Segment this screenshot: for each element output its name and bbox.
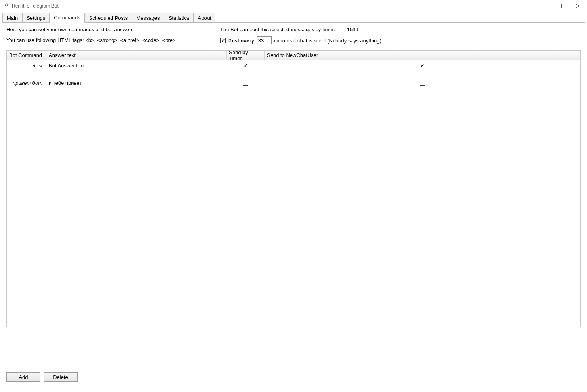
- titlebar: Renkti`s Telegram Bot: [0, 0, 587, 12]
- post-every-input[interactable]: [257, 36, 272, 44]
- timer-description: The Bot can post this selected messages …: [220, 27, 335, 32]
- cell-command: /test: [7, 63, 46, 69]
- window-controls: [532, 0, 587, 12]
- header-timer[interactable]: Send by Timer: [227, 51, 265, 60]
- cell-send-by-timer-checkbox[interactable]: [243, 80, 248, 86]
- timer-counter: 1539: [347, 27, 358, 32]
- button-bar: Add Delete: [6, 372, 78, 382]
- table-row[interactable]: привет бот и тебе привет: [7, 78, 580, 95]
- instructions: Here you can set your own commands and b…: [6, 27, 212, 48]
- header-command[interactable]: Bot Command: [7, 51, 46, 60]
- add-button[interactable]: Add: [6, 372, 40, 382]
- instructions-line1: Here you can set your own commands and b…: [6, 27, 212, 32]
- cell-answer: Bot Answer text: [46, 63, 227, 69]
- cell-answer: и тебе привет: [46, 80, 227, 86]
- post-every-suffix: minutes if chat is silent (Nobody says a…: [274, 38, 381, 44]
- tab-settings[interactable]: Settings: [22, 13, 50, 23]
- cell-send-by-timer-checkbox[interactable]: [243, 63, 248, 68]
- post-every-checkbox[interactable]: [220, 38, 226, 43]
- header-newuser[interactable]: Send to NewChatUser: [265, 51, 580, 60]
- upper-panel: Here you can set your own commands and b…: [2, 27, 585, 48]
- timer-panel: The Bot can post this selected messages …: [220, 27, 381, 48]
- window-title: Renkti`s Telegram Bot: [12, 3, 59, 9]
- post-every-label: Post every: [228, 38, 254, 44]
- tab-content: Here you can set your own commands and b…: [2, 22, 585, 388]
- maximize-button[interactable]: [551, 0, 569, 12]
- cell-command: привет бот: [7, 80, 46, 86]
- delete-button[interactable]: Delete: [44, 372, 78, 382]
- cell-send-to-newuser-checkbox[interactable]: [420, 63, 425, 68]
- tab-main[interactable]: Main: [2, 13, 22, 23]
- instructions-line2: You can use following HTML tags: <b>, <s…: [6, 37, 212, 43]
- tab-scheduled-posts[interactable]: Scheduled Posts: [85, 13, 132, 23]
- table-body: /test Bot Answer text привет бот и тебе …: [7, 60, 580, 95]
- tab-commands[interactable]: Commands: [50, 13, 84, 23]
- tab-bar: Main Settings Commands Scheduled Posts M…: [0, 12, 587, 22]
- tab-about[interactable]: About: [193, 13, 215, 23]
- svg-rect-1: [6, 4, 7, 4]
- header-answer[interactable]: Answer text: [46, 51, 227, 60]
- tab-statistics[interactable]: Statistics: [164, 13, 193, 23]
- svg-rect-3: [558, 4, 562, 8]
- tab-messages[interactable]: Messages: [132, 13, 164, 23]
- close-button[interactable]: [569, 0, 587, 12]
- cell-send-to-newuser-checkbox[interactable]: [420, 80, 425, 86]
- table-header: Bot Command Answer text Send by Timer Se…: [7, 51, 580, 60]
- table-row[interactable]: /test Bot Answer text: [7, 60, 580, 78]
- app-icon: [3, 3, 10, 9]
- commands-table: Bot Command Answer text Send by Timer Se…: [6, 50, 581, 327]
- minimize-button[interactable]: [532, 0, 551, 12]
